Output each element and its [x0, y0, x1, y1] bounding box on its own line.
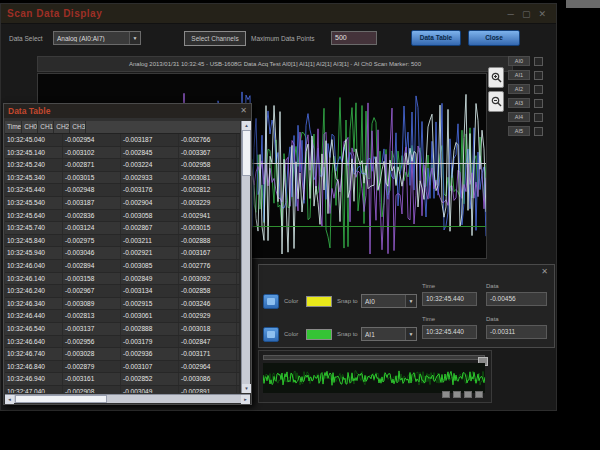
cell-ch2: -0.002766 — [179, 134, 237, 146]
table-row[interactable]: 10:32:46.140 -0.003158 -0.002849 -0.0030… — [5, 273, 240, 286]
zoom-out-button[interactable] — [488, 91, 504, 112]
table-row[interactable]: 10:32:46.740 -0.003028 -0.002936 -0.0031… — [5, 348, 240, 361]
cell-time: 10:32:45.340 — [5, 172, 63, 184]
strip-nav-icon-4[interactable] — [475, 391, 483, 398]
column-header[interactable]: CH3 — [70, 121, 86, 133]
cursor2-time-field[interactable]: 10:32:45.440 — [422, 325, 477, 339]
table-row[interactable]: 10:32:46.840 -0.002879 -0.003107 -0.0029… — [5, 361, 240, 374]
cell-ch0: -0.003046 — [63, 247, 121, 259]
cell-ch2: -0.002776 — [179, 260, 237, 272]
table-row[interactable]: 10:32:45.640 -0.002836 -0.003058 -0.0029… — [5, 210, 240, 223]
scroll-right-icon[interactable]: ► — [241, 395, 250, 404]
cursor1-snap-dropdown[interactable]: AI0 ▼ — [361, 294, 417, 308]
minimize-icon[interactable]: ─ — [508, 8, 514, 20]
table-row[interactable]: 10:32:46.340 -0.003089 -0.002915 -0.0032… — [5, 298, 240, 311]
select-channels-button[interactable]: Select Channels — [184, 31, 246, 46]
table-row[interactable]: 10:32:45.340 -0.003015 -0.002933 -0.0030… — [5, 172, 240, 185]
table-row[interactable]: 10:32:45.740 -0.003124 -0.002867 -0.0030… — [5, 222, 240, 235]
table-row[interactable]: 10:32:46.440 -0.002813 -0.003061 -0.0029… — [5, 310, 240, 323]
strip-chart[interactable] — [263, 363, 485, 393]
table-row[interactable]: 10:32:45.540 -0.003187 -0.002904 -0.0032… — [5, 197, 240, 210]
data-table-button[interactable]: Data Table — [411, 30, 461, 46]
channel-checkbox-icon[interactable] — [534, 71, 543, 80]
cursor1-data-field[interactable]: -0.00456 — [486, 292, 547, 306]
scroll-left-icon[interactable]: ◄ — [5, 395, 14, 404]
channel-checkbox-icon[interactable] — [534, 113, 543, 122]
vertical-scrollbar[interactable]: ▲ ▼ — [241, 121, 250, 393]
cursor2-color-swatch[interactable] — [306, 329, 332, 340]
table-row[interactable]: 10:32:47.040 -0.002908 -0.003049 -0.0028… — [5, 386, 240, 393]
table-row[interactable]: 10:32:45.440 -0.002948 -0.003176 -0.0028… — [5, 184, 240, 197]
time-label: Time — [422, 316, 435, 322]
cursor1-snap-value: AI0 — [362, 298, 405, 305]
scroll-up-icon[interactable]: ▲ — [242, 121, 251, 130]
cell-ch0: -0.002956 — [63, 336, 121, 348]
hscroll-thumb[interactable] — [15, 395, 107, 403]
channel-row[interactable]: AI4 — [508, 110, 552, 124]
cell-ch1: -0.002921 — [121, 247, 179, 259]
table-row[interactable]: 10:32:45.040 -0.002954 -0.003187 -0.0027… — [5, 134, 240, 147]
cell-ch1: -0.003049 — [121, 386, 179, 393]
strip-nav-icon-3[interactable] — [464, 391, 472, 398]
cell-time: 10:32:46.740 — [5, 348, 63, 360]
app-titlebar[interactable]: Scan Data Display ─ ▢ ✕ — [1, 4, 556, 24]
column-header[interactable]: Time — [5, 121, 22, 133]
cell-ch0: -0.003161 — [63, 373, 121, 385]
cell-ch3: -0.002918 — [237, 348, 240, 360]
data-select-dropdown[interactable]: Analog (AI0:AI7) ▼ — [53, 31, 141, 45]
close-icon[interactable]: ✕ — [240, 106, 247, 115]
channel-row[interactable]: AI5 — [508, 124, 552, 138]
cursor1-color-swatch[interactable] — [306, 296, 332, 307]
strip-chart-window — [258, 350, 492, 403]
max-points-input[interactable]: 500 — [331, 31, 377, 45]
channel-checkbox-icon[interactable] — [534, 127, 543, 136]
scroll-slider[interactable] — [263, 355, 485, 360]
table-row[interactable]: 10:32:45.240 -0.002871 -0.003224 -0.0029… — [5, 159, 240, 172]
cell-ch0: -0.003187 — [63, 197, 121, 209]
channel-checkbox-icon[interactable] — [534, 99, 543, 108]
cursor2-enable-button[interactable] — [263, 327, 279, 342]
cell-time: 10:32:45.640 — [5, 210, 63, 222]
table-row[interactable]: 10:32:46.240 -0.002967 -0.003134 -0.0028… — [5, 285, 240, 298]
column-header[interactable]: CH0 — [22, 121, 38, 133]
cursor2-data-field[interactable]: -0.00311 — [486, 325, 547, 339]
table-row[interactable]: 10:32:46.940 -0.003161 -0.002852 -0.0030… — [5, 373, 240, 386]
table-row[interactable]: 10:32:45.140 -0.003102 -0.002845 -0.0033… — [5, 147, 240, 160]
table-row[interactable]: 10:32:46.640 -0.002956 -0.003179 -0.0028… — [5, 336, 240, 349]
vscroll-thumb[interactable] — [242, 130, 251, 176]
strip-waveform — [263, 363, 485, 393]
data-select-value: Analog (AI0:AI7) — [54, 35, 129, 42]
close-window-icon[interactable]: ✕ — [538, 8, 546, 20]
maximize-icon[interactable]: ▢ — [522, 8, 531, 20]
cell-time: 10:32:46.840 — [5, 361, 63, 373]
column-header[interactable]: CH1 — [38, 121, 54, 133]
cell-ch3: -0.002927 — [237, 373, 240, 385]
channel-row[interactable]: AI1 — [508, 68, 552, 82]
channel-checkbox-icon[interactable] — [534, 57, 543, 66]
channel-row[interactable]: AI2 — [508, 82, 552, 96]
cursor1-enable-button[interactable] — [263, 294, 279, 309]
table-row[interactable]: 10:32:45.840 -0.002975 -0.003211 -0.0028… — [5, 235, 240, 248]
scroll-down-icon[interactable]: ▼ — [242, 384, 251, 393]
channel-checkbox-icon[interactable] — [534, 85, 543, 94]
strip-nav-icon-2[interactable] — [453, 391, 461, 398]
channel-label: AI4 — [508, 112, 530, 122]
table-row[interactable]: 10:32:45.940 -0.003046 -0.002921 -0.0031… — [5, 247, 240, 260]
horizontal-scrollbar[interactable]: ◄ ► — [5, 394, 250, 403]
table-row[interactable]: 10:32:46.540 -0.003137 -0.002888 -0.0030… — [5, 323, 240, 336]
data-table-titlebar[interactable]: Data Table ✕ — [4, 104, 251, 118]
cell-ch3: -0.003188 — [237, 210, 240, 222]
channel-row[interactable]: AI0 — [508, 54, 552, 68]
column-header[interactable]: CH2 — [54, 121, 70, 133]
channel-row[interactable]: AI3 — [508, 96, 552, 110]
zoom-in-button[interactable] — [488, 67, 504, 88]
close-icon[interactable]: ✕ — [541, 267, 548, 276]
cell-time: 10:32:45.040 — [5, 134, 63, 146]
close-button[interactable]: Close — [468, 30, 520, 46]
table-row[interactable]: 10:32:46.040 -0.002894 -0.003085 -0.0027… — [5, 260, 240, 273]
strip-nav-icon-1[interactable] — [442, 391, 450, 398]
cursor2-snap-dropdown[interactable]: AI1 ▼ — [361, 327, 417, 341]
channel-label: AI2 — [508, 84, 530, 94]
cell-ch2: -0.002958 — [179, 159, 237, 171]
cursor1-time-field[interactable]: 10:32:45.440 — [422, 292, 477, 306]
